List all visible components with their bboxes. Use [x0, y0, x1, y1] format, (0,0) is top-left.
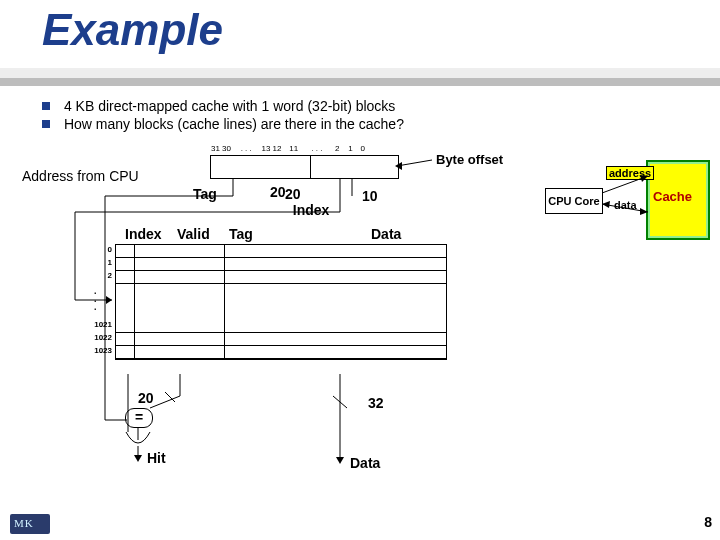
row-index: 0	[88, 245, 112, 254]
th-tag: Tag	[229, 226, 253, 242]
bullet-2: How many blocks (cache lines) are there …	[42, 116, 404, 132]
table-row: 1021	[116, 320, 446, 333]
address-from-cpu-label: Address from CPU	[22, 168, 139, 184]
address-pin-label: address	[606, 166, 654, 180]
byte-offset-label: Byte offset	[436, 152, 503, 167]
address-tag-field	[210, 155, 312, 179]
table-row-gap	[116, 308, 446, 320]
table-row-gap	[116, 296, 446, 308]
table-row: 2	[116, 271, 446, 284]
bullet-1-text: 4 KB direct-mapped cache with 1 word (32…	[64, 98, 395, 114]
index-bits: 10	[362, 188, 378, 204]
table-row: 0	[116, 245, 446, 258]
data-bus-width: 32	[368, 395, 384, 411]
comparator: =	[125, 408, 153, 428]
tag-bits: 20	[270, 184, 286, 200]
index-label: 20 Index	[285, 186, 329, 218]
svg-marker-25	[602, 201, 610, 208]
header-stripe	[0, 68, 720, 86]
publisher-logo	[10, 514, 50, 534]
th-data: Data	[371, 226, 401, 242]
row-index: 1	[88, 258, 112, 267]
row-index: 1021	[88, 320, 112, 329]
table-row: 1022	[116, 333, 446, 346]
svg-marker-10	[106, 296, 112, 304]
row-index: 1023	[88, 346, 112, 355]
table-row: 1	[116, 258, 446, 271]
svg-marker-26	[640, 208, 648, 215]
svg-line-0	[397, 160, 432, 166]
svg-line-13	[150, 396, 180, 408]
address-bit-numbers: 31 30 . . . 13 12 11 . . . 2 1 0	[210, 144, 368, 153]
tag-bus-width: 20	[138, 390, 154, 406]
svg-line-20	[165, 392, 175, 402]
bullet-icon	[42, 102, 50, 110]
page-number: 8	[704, 514, 712, 530]
cache-block-label: Cache	[653, 189, 692, 204]
bullet-2-text: How many blocks (cache lines) are there …	[64, 116, 404, 132]
cpu-core-block: CPU Core	[545, 188, 603, 214]
cache-table-body: 012102110221023. . .	[115, 244, 447, 360]
tag-label: Tag	[193, 186, 217, 202]
bullet-icon	[42, 120, 50, 128]
address-index-field	[310, 155, 378, 179]
svg-marker-19	[336, 457, 344, 464]
hit-label: Hit	[147, 450, 166, 466]
th-index: Index	[125, 226, 162, 242]
svg-line-21	[333, 396, 347, 408]
svg-marker-16	[134, 455, 142, 462]
row-index: 2	[88, 271, 112, 280]
data-out-label: Data	[350, 455, 380, 471]
th-valid: Valid	[177, 226, 210, 242]
table-row-gap	[116, 284, 446, 296]
cache-table: Index Valid Tag Data 012102110221023. . …	[115, 226, 445, 360]
bullet-1: 4 KB direct-mapped cache with 1 word (32…	[42, 98, 395, 114]
data-pin-label: data	[614, 199, 637, 211]
row-index: 1022	[88, 333, 112, 342]
address-byteoffset-field	[376, 155, 399, 179]
table-ellipsis: . . .	[94, 287, 97, 311]
table-row: 1023	[116, 346, 446, 359]
page-title: Example	[40, 0, 225, 60]
